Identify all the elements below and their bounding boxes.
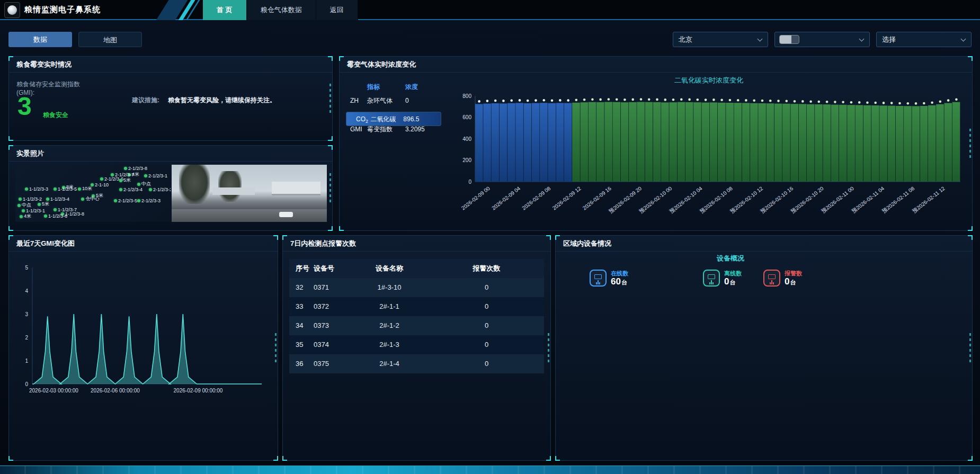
table-row[interactable]: 3303722#-1-10 <box>289 297 544 316</box>
app-logo <box>4 2 20 18</box>
corner-decoration <box>555 456 560 461</box>
region-select[interactable]: 北京 <box>673 32 768 47</box>
gas-table-row[interactable]: CO2二氧化碳896.5 <box>346 112 441 126</box>
svg-text:200: 200 <box>462 157 471 163</box>
map-point-dot <box>44 214 47 218</box>
svg-text:800: 800 <box>462 93 471 99</box>
map-point[interactable]: 2-1/2/3-8 <box>124 166 147 171</box>
svg-text:2026-02-06 00:00:00: 2026-02-06 00:00:00 <box>91 388 140 393</box>
map-point-dot <box>119 188 122 191</box>
svg-text:4: 4 <box>25 288 28 294</box>
gas-table-row[interactable]: ZH杂环气体0 <box>346 94 435 108</box>
svg-text:2026-02-09 12: 2026-02-09 12 <box>551 185 582 211</box>
svg-text:2: 2 <box>25 335 28 341</box>
device-monitor-icon <box>703 270 720 287</box>
alarm-table-header: 序号 设备号 设备名称 报警次数 <box>289 259 544 278</box>
map-point[interactable]: 2-1/2/3-1 <box>144 173 167 178</box>
grain-safe-label: 粮食安全 <box>43 111 68 120</box>
svg-text:1: 1 <box>25 358 28 364</box>
svg-text:2026-02-09 00: 2026-02-09 00 <box>460 185 491 211</box>
svg-text:预2026-02-11 04: 预2026-02-11 04 <box>851 185 886 214</box>
nav-tabs: 首 页 粮仓气体数据 返回 <box>203 0 358 20</box>
svg-text:预2026-02-10 20: 预2026-02-10 20 <box>790 185 825 214</box>
map-point[interactable]: 10米 <box>78 185 92 192</box>
map-point[interactable]: 2-1-10 <box>91 182 109 187</box>
gas-table-header: 指标 浓度 <box>346 80 435 94</box>
dashboard-page: 粮情监测电子鼻系统 首 页 粮仓气体数据 返回 数据 地图 北京 选择 粮食霉变… <box>0 0 980 474</box>
map-point[interactable]: 1-1/2/3-3 <box>25 186 48 192</box>
co2-chart[interactable]: 02004006008002026-02-09 002026-02-09 042… <box>451 87 967 231</box>
map-point[interactable]: 2-1/2/3-4 <box>119 187 142 192</box>
mode-select[interactable] <box>774 32 870 47</box>
map-point-dot <box>149 188 152 191</box>
building-silhouette <box>272 182 320 195</box>
map-point[interactable]: 2-1/2/3-5 <box>114 198 137 203</box>
footer-glow-bar <box>0 466 980 474</box>
svg-text:2026-02-09 04: 2026-02-09 04 <box>491 185 521 211</box>
map-point[interactable]: 2-1/2/3-3 <box>137 198 161 203</box>
svg-text:2026-02-09 00:00:00: 2026-02-09 00:00:00 <box>174 388 223 393</box>
corner-decoration <box>339 226 344 231</box>
alarm-table-rows: 3203711#-3-1003303722#-1-103403732#-1-20… <box>289 278 544 373</box>
data-view-button[interactable]: 数据 <box>8 32 72 47</box>
panel-title: 7日内检测点报警次数 <box>283 236 550 252</box>
gas-name: 二氧化碳 <box>370 112 403 126</box>
tab-home[interactable]: 首 页 <box>203 0 247 20</box>
gas-indicator-table: 指标 浓度 CO2二氧化碳896.5ZH杂环气体0CL醛类气体0GMI霉变指数3… <box>346 80 435 137</box>
map-point[interactable]: 4米 <box>20 213 31 220</box>
stat-value: 0台 <box>724 278 742 287</box>
tab-back[interactable]: 返回 <box>316 0 358 20</box>
table-row[interactable]: 3403732#-1-20 <box>289 316 544 335</box>
map-point-label: 10米 <box>82 185 92 192</box>
map-point-dot <box>137 199 140 202</box>
map-point-dot <box>144 174 147 177</box>
svg-text:400: 400 <box>462 136 471 142</box>
map-point-dot <box>114 199 117 202</box>
map-point[interactable]: 1-1/2/3-5 <box>54 186 77 192</box>
svg-text:预2026-02-10 08: 预2026-02-10 08 <box>699 185 734 214</box>
chevron-down-icon <box>859 37 865 42</box>
edge-dash-decoration <box>329 173 331 203</box>
map-point[interactable]: 5米 <box>119 177 131 184</box>
device-stat: 离线数0台 <box>703 270 742 287</box>
corner-decoration <box>968 235 973 240</box>
warehouse-map[interactable]: 2-1/2/3-84米2-1/2/3-72-1/2/3-12-1/2/3-65米… <box>15 165 171 222</box>
svg-text:预2026-02-11 08: 预2026-02-11 08 <box>881 185 916 214</box>
panel-title: 霉变气体实时浓度变化 <box>340 57 972 73</box>
table-row[interactable]: 3203711#-3-100 <box>289 278 544 297</box>
panel-mold-status: 粮食霉变实时情况 粮食储存安全监测指数 (GMI): 3 粮食安全 建议措施: … <box>8 56 333 141</box>
map-point-dot <box>119 179 122 182</box>
device-stat: 在线数60台 <box>590 270 628 287</box>
map-point[interactable]: 5米 <box>38 201 49 208</box>
map-point[interactable]: 1-1/2/3-6 <box>44 213 67 219</box>
svg-text:预2026-02-11 00: 预2026-02-11 00 <box>821 185 856 214</box>
map-point-dot <box>78 187 81 191</box>
corner-decoration <box>328 145 333 150</box>
corner-decoration <box>282 456 287 461</box>
panel-title: 区域内设备情况 <box>556 236 972 252</box>
co2-chart-area[interactable]: 二氧化碳实时浓度变化 02004006008002026-02-09 00202… <box>451 76 967 229</box>
corner-decoration <box>546 456 551 461</box>
map-point[interactable]: 2-1/2/3-2 <box>149 187 171 192</box>
map-view-button[interactable]: 地图 <box>78 32 142 47</box>
map-point[interactable]: 1-1/2/3-4 <box>46 196 69 202</box>
chevron-down-icon <box>961 37 966 42</box>
corner-decoration <box>555 235 560 240</box>
table-row[interactable]: 3603752#-1-40 <box>289 354 544 373</box>
gmi-chart[interactable]: 0123452026-02-03 00:00:002026-02-06 00:0… <box>13 259 275 398</box>
advice-text: 粮食暂无霉变风险，请继续保持关注。 <box>168 96 276 105</box>
edge-dash-decoration <box>969 129 971 158</box>
corner-decoration <box>546 235 551 240</box>
svg-text:2026-02-03 00:00:00: 2026-02-03 00:00:00 <box>29 388 78 393</box>
choose-select[interactable]: 选择 <box>876 32 972 47</box>
col-indicator: 指标 <box>367 80 405 94</box>
corner-decoration <box>8 145 13 150</box>
map-point[interactable]: 仓中心 <box>81 195 100 202</box>
header-slash-decoration <box>155 0 203 20</box>
table-row[interactable]: 3503742#-1-30 <box>289 335 544 354</box>
svg-text:预2026-02-11 12: 预2026-02-11 12 <box>911 185 946 214</box>
tab-gas-data[interactable]: 粮仓气体数据 <box>247 0 316 20</box>
svg-text:0: 0 <box>468 179 471 185</box>
car-silhouette <box>279 212 293 217</box>
svg-text:2026-02-09 16: 2026-02-09 16 <box>582 185 612 211</box>
